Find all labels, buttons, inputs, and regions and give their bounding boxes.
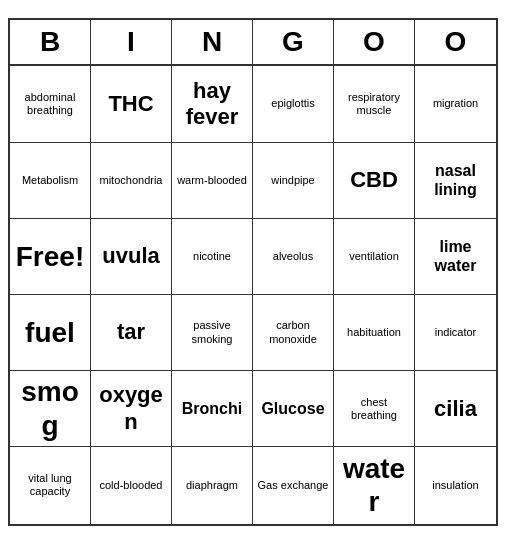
grid-cell-15[interactable]: alveolus xyxy=(253,219,334,295)
bingo-grid: abdominal breathingTHChay feverepiglotti… xyxy=(10,66,496,523)
grid-cell-13[interactable]: uvula xyxy=(91,219,172,295)
grid-cell-19[interactable]: tar xyxy=(91,295,172,371)
grid-cell-35[interactable]: insulation xyxy=(415,447,496,523)
grid-cell-16[interactable]: ventilation xyxy=(334,219,415,295)
header-cell-o2: O xyxy=(415,20,496,64)
grid-cell-18[interactable]: fuel xyxy=(10,295,91,371)
grid-cell-2[interactable]: hay fever xyxy=(172,66,253,142)
grid-cell-25[interactable]: oxygen xyxy=(91,371,172,447)
grid-cell-9[interactable]: windpipe xyxy=(253,143,334,219)
grid-cell-3[interactable]: epiglottis xyxy=(253,66,334,142)
grid-cell-8[interactable]: warm-blooded xyxy=(172,143,253,219)
grid-cell-34[interactable]: water xyxy=(334,447,415,523)
grid-cell-11[interactable]: nasal lining xyxy=(415,143,496,219)
grid-cell-27[interactable]: Glucose xyxy=(253,371,334,447)
header-cell-g: G xyxy=(253,20,334,64)
header-row: B I N G O O xyxy=(10,20,496,66)
grid-cell-1[interactable]: THC xyxy=(91,66,172,142)
grid-cell-5[interactable]: migration xyxy=(415,66,496,142)
grid-cell-12[interactable]: Free! xyxy=(10,219,91,295)
header-cell-n: N xyxy=(172,20,253,64)
grid-cell-21[interactable]: carbon monoxide xyxy=(253,295,334,371)
grid-cell-7[interactable]: mitochondria xyxy=(91,143,172,219)
grid-cell-29[interactable]: cilia xyxy=(415,371,496,447)
grid-cell-23[interactable]: indicator xyxy=(415,295,496,371)
header-cell-o1: O xyxy=(334,20,415,64)
grid-cell-4[interactable]: respiratory muscle xyxy=(334,66,415,142)
grid-cell-6[interactable]: Metabolism xyxy=(10,143,91,219)
grid-cell-33[interactable]: Gas exchange xyxy=(253,447,334,523)
grid-cell-20[interactable]: passive smoking xyxy=(172,295,253,371)
grid-cell-14[interactable]: nicotine xyxy=(172,219,253,295)
grid-cell-10[interactable]: CBD xyxy=(334,143,415,219)
bingo-card: B I N G O O abdominal breathingTHChay fe… xyxy=(8,18,498,525)
grid-cell-17[interactable]: lime water xyxy=(415,219,496,295)
header-cell-i: I xyxy=(91,20,172,64)
grid-cell-22[interactable]: habituation xyxy=(334,295,415,371)
header-cell-b: B xyxy=(10,20,91,64)
grid-cell-30[interactable]: vital lung capacity xyxy=(10,447,91,523)
grid-cell-28[interactable]: chest breathing xyxy=(334,371,415,447)
grid-cell-0[interactable]: abdominal breathing xyxy=(10,66,91,142)
grid-cell-31[interactable]: cold-blooded xyxy=(91,447,172,523)
grid-cell-24[interactable]: smog xyxy=(10,371,91,447)
grid-cell-26[interactable]: Bronchi xyxy=(172,371,253,447)
grid-cell-32[interactable]: diaphragm xyxy=(172,447,253,523)
